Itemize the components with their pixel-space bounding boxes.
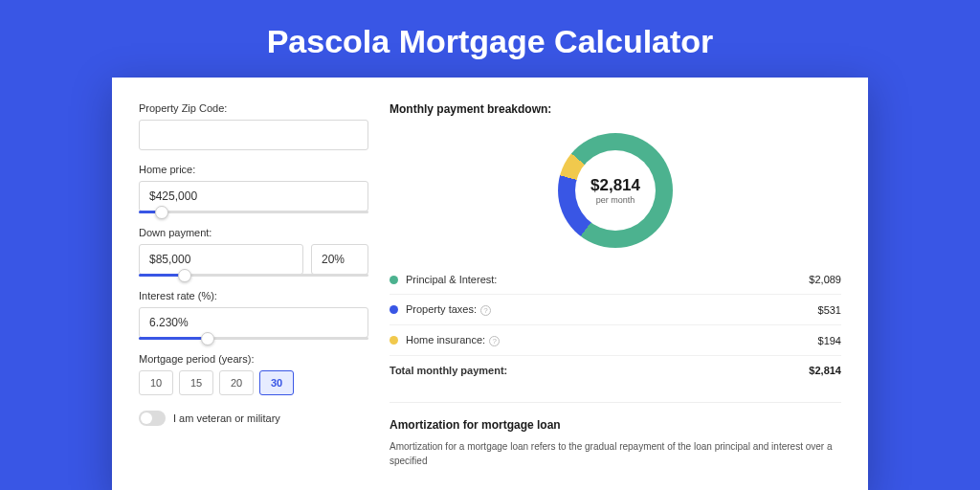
period-buttons: 10152030 xyxy=(139,370,368,395)
donut-center: $2,814 per month xyxy=(575,150,656,231)
breakdown-heading: Monthly payment breakdown: xyxy=(390,102,841,116)
total-value: $2,814 xyxy=(809,365,841,376)
color-dot xyxy=(390,276,398,284)
amortization-section: Amortization for mortgage loan Amortizat… xyxy=(390,402,841,468)
period-button-10[interactable]: 10 xyxy=(139,370,173,395)
interest-slider[interactable] xyxy=(139,337,368,340)
zip-group: Property Zip Code: xyxy=(139,102,368,150)
zip-input[interactable] xyxy=(139,120,368,150)
zip-label: Property Zip Code: xyxy=(139,102,368,114)
row-label: Property taxes:? xyxy=(406,303,818,316)
info-icon[interactable]: ? xyxy=(480,305,491,316)
info-icon[interactable]: ? xyxy=(489,336,500,346)
total-row: Total monthly payment: $2,814 xyxy=(390,355,841,385)
row-label: Home insurance:? xyxy=(406,334,818,346)
period-button-15[interactable]: 15 xyxy=(179,370,213,395)
calculator-card: Property Zip Code: Home price: Down paym… xyxy=(112,78,868,490)
period-group: Mortgage period (years): 10152030 xyxy=(139,353,368,395)
slider-thumb[interactable] xyxy=(155,206,168,219)
amort-title: Amortization for mortgage loan xyxy=(390,418,841,432)
donut-chart: $2,814 per month xyxy=(558,133,673,248)
down-payment-percent-input[interactable] xyxy=(311,244,368,275)
breakdown-row: Principal & Interest:$2,089 xyxy=(390,265,841,294)
row-label: Principal & Interest: xyxy=(406,274,809,285)
breakdown-rows: Principal & Interest:$2,089Property taxe… xyxy=(390,265,841,355)
breakdown-row: Property taxes:?$531 xyxy=(390,294,841,324)
donut-sub: per month xyxy=(596,195,635,205)
row-value: $194 xyxy=(818,335,841,346)
veteran-row: I am veteran or military xyxy=(139,411,368,426)
amort-text: Amortization for a mortgage loan refers … xyxy=(390,439,841,468)
donut-amount: $2,814 xyxy=(590,176,640,195)
home-price-slider[interactable] xyxy=(139,211,368,213)
row-value: $531 xyxy=(818,304,841,316)
slider-thumb[interactable] xyxy=(178,269,191,282)
total-label: Total monthly payment: xyxy=(390,365,809,376)
veteran-label: I am veteran or military xyxy=(173,412,280,424)
period-button-30[interactable]: 30 xyxy=(259,370,294,395)
home-price-input[interactable] xyxy=(139,181,368,212)
interest-label: Interest rate (%): xyxy=(139,290,368,301)
slider-fill xyxy=(139,337,208,340)
down-payment-amount-input[interactable] xyxy=(139,244,303,275)
home-price-label: Home price: xyxy=(139,164,368,175)
period-button-20[interactable]: 20 xyxy=(219,370,254,395)
down-payment-slider[interactable] xyxy=(139,274,368,277)
color-dot xyxy=(390,305,398,314)
veteran-toggle[interactable] xyxy=(139,411,166,426)
color-dot xyxy=(390,336,398,345)
donut-wrap: $2,814 per month xyxy=(390,125,841,265)
interest-group: Interest rate (%): xyxy=(139,290,368,340)
interest-input[interactable] xyxy=(139,307,368,338)
slider-thumb[interactable] xyxy=(201,332,214,345)
down-payment-group: Down payment: xyxy=(139,227,368,277)
home-price-group: Home price: xyxy=(139,164,368,213)
breakdown-panel: Monthly payment breakdown: $2,814 per mo… xyxy=(390,102,841,468)
page-title: Pascola Mortgage Calculator xyxy=(0,0,980,78)
row-value: $2,089 xyxy=(809,274,841,285)
period-label: Mortgage period (years): xyxy=(139,353,368,365)
down-payment-label: Down payment: xyxy=(139,227,368,238)
breakdown-row: Home insurance:?$194 xyxy=(390,324,841,355)
input-panel: Property Zip Code: Home price: Down paym… xyxy=(139,102,368,468)
